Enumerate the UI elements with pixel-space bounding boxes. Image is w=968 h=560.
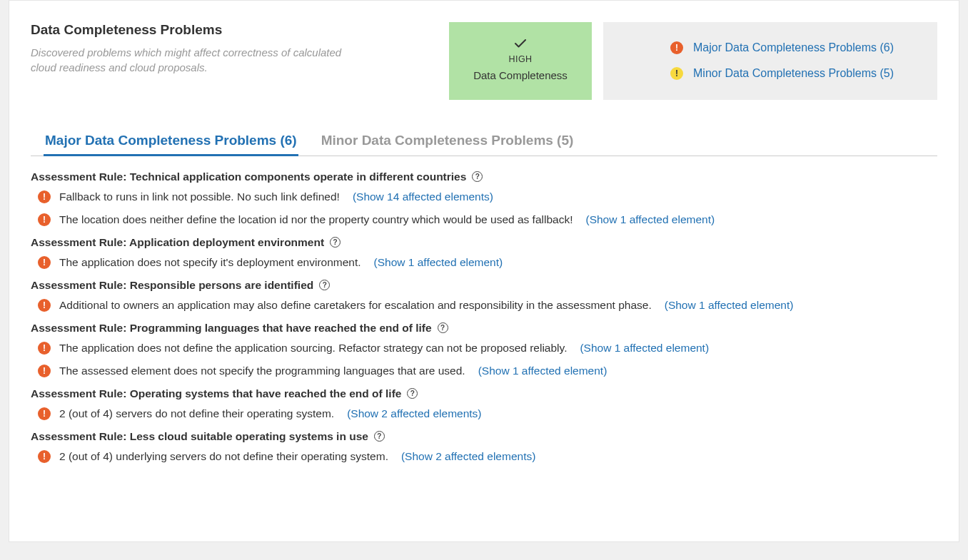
exclamation-icon: ! <box>38 407 51 420</box>
summary-major: ! Major Data Completeness Problems (6) <box>620 41 920 54</box>
tabs: Major Data Completeness Problems (6) Min… <box>31 128 937 156</box>
issue-line: !2 (out of 4) underlying servers do not … <box>31 450 937 463</box>
help-icon[interactable]: ? <box>438 322 448 333</box>
help-icon[interactable]: ? <box>407 388 418 399</box>
issue-text: 2 (out of 4) servers do not define their… <box>59 407 334 420</box>
rule-group: Assessment Rule: Application deployment … <box>31 236 937 269</box>
show-affected-link[interactable]: (Show 1 affected element) <box>580 342 709 355</box>
exclamation-icon: ! <box>38 213 51 226</box>
tab-minor[interactable]: Minor Data Completeness Problems (5) <box>320 128 575 156</box>
page-title: Data Completeness Problems <box>31 22 438 38</box>
rule-title-text: Assessment Rule: Application deployment … <box>31 236 324 249</box>
summary-major-link[interactable]: Major Data Completeness Problems (6) <box>693 41 894 54</box>
exclamation-icon: ! <box>670 41 683 54</box>
tab-major[interactable]: Major Data Completeness Problems (6) <box>44 128 298 156</box>
issue-text: 2 (out of 4) underlying servers do not d… <box>59 450 388 463</box>
exclamation-icon: ! <box>38 299 51 312</box>
issue-line: !The application does not define the app… <box>31 342 937 355</box>
rule-group: Assessment Rule: Less cloud suitable ope… <box>31 430 937 463</box>
help-icon[interactable]: ? <box>319 280 330 290</box>
issue-text: The location does neither define the loc… <box>59 213 573 226</box>
summary-minor-link[interactable]: Minor Data Completeness Problems (5) <box>693 67 894 80</box>
rule-title-text: Assessment Rule: Less cloud suitable ope… <box>31 430 368 443</box>
exclamation-icon: ! <box>38 450 51 463</box>
show-affected-link[interactable]: (Show 2 affected elements) <box>347 407 481 420</box>
rule-title: Assessment Rule: Application deployment … <box>31 236 937 249</box>
rules-container: Assessment Rule: Technical application c… <box>31 170 937 463</box>
show-affected-link[interactable]: (Show 1 affected element) <box>665 299 794 312</box>
header-row: Data Completeness Problems Discovered pr… <box>31 22 937 100</box>
issue-line: !Additional to owners an application may… <box>31 299 937 312</box>
rule-title-text: Assessment Rule: Operating systems that … <box>31 387 401 400</box>
rule-group: Assessment Rule: Responsible persons are… <box>31 279 937 312</box>
exclamation-icon: ! <box>38 256 51 269</box>
status-card: HIGH Data Completeness <box>449 22 592 100</box>
issue-text: The application does not specify it's de… <box>59 256 361 269</box>
main-panel: Data Completeness Problems Discovered pr… <box>9 0 959 542</box>
rule-title-text: Assessment Rule: Programming languages t… <box>31 322 432 335</box>
issue-text: Additional to owners an application may … <box>59 299 652 312</box>
rule-title: Assessment Rule: Programming languages t… <box>31 322 937 335</box>
rule-title: Assessment Rule: Technical application c… <box>31 170 937 183</box>
exclamation-icon: ! <box>670 67 683 80</box>
help-icon[interactable]: ? <box>374 431 385 442</box>
issue-text: Fallback to runs in link not possible. N… <box>59 190 340 203</box>
issue-line: !The assessed element does not specify t… <box>31 365 937 377</box>
rule-group: Assessment Rule: Technical application c… <box>31 170 937 226</box>
check-icon <box>515 36 526 52</box>
summary-card: ! Major Data Completeness Problems (6) !… <box>603 22 937 100</box>
title-column: Data Completeness Problems Discovered pr… <box>31 22 438 100</box>
issue-text: The assessed element does not specify th… <box>59 365 465 377</box>
rule-title-text: Assessment Rule: Responsible persons are… <box>31 279 313 292</box>
rule-title-text: Assessment Rule: Technical application c… <box>31 170 466 183</box>
show-affected-link[interactable]: (Show 1 affected element) <box>374 256 503 269</box>
help-icon[interactable]: ? <box>472 171 483 182</box>
issue-text: The application does not define the appl… <box>59 342 567 355</box>
summary-minor: ! Minor Data Completeness Problems (5) <box>620 67 920 80</box>
issue-line: !The application does not specify it's d… <box>31 256 937 269</box>
issue-line: !The location does neither define the lo… <box>31 213 937 226</box>
rule-group: Assessment Rule: Programming languages t… <box>31 322 937 377</box>
rule-title: Assessment Rule: Responsible persons are… <box>31 279 937 292</box>
show-affected-link[interactable]: (Show 1 affected element) <box>478 365 607 377</box>
status-level: HIGH <box>508 54 532 66</box>
issue-line: !2 (out of 4) servers do not define thei… <box>31 407 937 420</box>
exclamation-icon: ! <box>38 365 51 377</box>
rule-title: Assessment Rule: Less cloud suitable ope… <box>31 430 937 443</box>
show-affected-link[interactable]: (Show 1 affected element) <box>585 213 715 226</box>
rule-title: Assessment Rule: Operating systems that … <box>31 387 937 400</box>
show-affected-link[interactable]: (Show 2 affected elements) <box>401 450 535 463</box>
show-affected-link[interactable]: (Show 14 affected elements) <box>353 190 493 203</box>
status-kind: Data Completeness <box>473 68 568 83</box>
rule-group: Assessment Rule: Operating systems that … <box>31 387 937 420</box>
help-icon[interactable]: ? <box>330 237 341 248</box>
exclamation-icon: ! <box>38 190 51 203</box>
exclamation-icon: ! <box>38 342 51 355</box>
page-subtitle: Discovered problems which might affect c… <box>31 45 359 75</box>
issue-line: !Fallback to runs in link not possible. … <box>31 190 937 203</box>
